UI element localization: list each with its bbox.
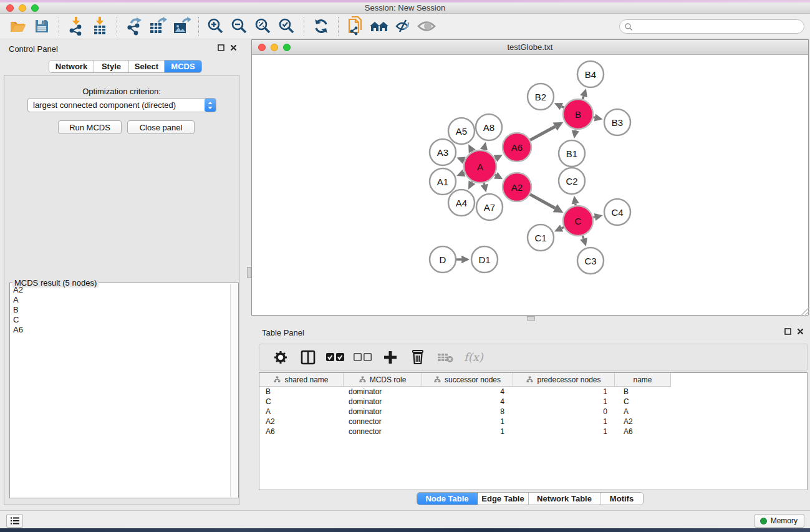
close-panel-button[interactable]: Close panel [127, 120, 195, 134]
tab-select[interactable]: Select [129, 60, 165, 72]
cell-shared-name-row1[interactable]: C [259, 397, 344, 406]
birdseye-view-icon[interactable] [415, 16, 438, 37]
edge-A-A7[interactable] [484, 183, 485, 185]
export-image-icon[interactable] [170, 16, 193, 37]
edge-C-C3[interactable] [582, 236, 584, 239]
cell-name-row2[interactable]: A [615, 407, 671, 416]
deselect-all-checks-icon[interactable] [352, 347, 374, 368]
export-table-icon[interactable] [146, 16, 170, 37]
select-all-checks-icon[interactable] [324, 347, 347, 368]
tab-network[interactable]: Network [49, 60, 94, 72]
float-panel-icon[interactable] [218, 44, 224, 51]
tab-style[interactable]: Style [94, 60, 129, 72]
result-item-C[interactable]: C [11, 315, 229, 325]
cell-successor-nodes-row0[interactable]: 4 [422, 387, 513, 396]
table-row-B[interactable]: Bdominator41B [259, 387, 807, 397]
column-header-name[interactable]: name [615, 373, 671, 387]
add-column-icon[interactable] [379, 347, 402, 368]
zoom-window-button[interactable] [31, 4, 39, 12]
open-session-icon[interactable] [6, 16, 30, 37]
edge-A-A2[interactable] [495, 175, 496, 175]
cell-shared-name-row3[interactable]: A2 [259, 417, 344, 426]
edge-B-B2[interactable] [561, 107, 564, 108]
column-header-successor-nodes[interactable]: successor nodes [422, 373, 513, 387]
cell-successor-nodes-row1[interactable]: 4 [422, 397, 513, 406]
close-window-button[interactable] [6, 4, 14, 12]
result-item-B[interactable]: B [11, 305, 229, 315]
table-row-C[interactable]: Cdominator41C [259, 397, 807, 407]
search-input[interactable] [633, 21, 804, 32]
network-window-titlebar[interactable]: testGlobe.txt [252, 40, 808, 55]
tab-motifs[interactable]: Motifs [600, 493, 643, 505]
column-header-MCDS-role[interactable]: MCDS role [344, 373, 422, 387]
float-table-panel-icon[interactable] [784, 328, 791, 335]
run-mcds-button[interactable]: Run MCDS [58, 120, 122, 134]
table-settings-icon[interactable] [269, 347, 292, 368]
import-network-icon[interactable] [64, 16, 88, 37]
network-canvas[interactable]: AA6A2BCA5A8A3A1A4A7B2B4B3B1C2C4C1C3DD1 [252, 55, 808, 315]
table-row-A[interactable]: Adominator80A [259, 407, 807, 417]
cell-shared-name-row4[interactable]: A6 [259, 427, 344, 436]
tab-edge-table[interactable]: Edge Table [478, 493, 529, 505]
minimize-window-button[interactable] [19, 4, 26, 12]
cell-predecessor-nodes-row3[interactable]: 1 [513, 417, 615, 426]
zoom-in-icon[interactable] [204, 16, 228, 37]
cell-predecessor-nodes-row2[interactable]: 0 [513, 407, 615, 416]
network-close-button[interactable] [258, 44, 266, 51]
result-list-scrollbar[interactable] [230, 284, 238, 497]
network-zoom-button[interactable] [283, 44, 291, 51]
delete-table-icon[interactable] [434, 347, 456, 368]
edge-A2-C[interactable] [530, 195, 555, 208]
cell-MCDS-role-row4[interactable]: connector [344, 427, 422, 436]
zoom-out-icon[interactable] [228, 16, 251, 37]
result-item-A2[interactable]: A2 [11, 285, 229, 295]
network-vertical-scroll-thumb[interactable] [247, 267, 251, 278]
edge-B-B4[interactable] [582, 96, 584, 99]
edge-C-C4[interactable] [593, 217, 595, 218]
save-session-icon[interactable] [30, 16, 54, 37]
refresh-icon[interactable] [309, 16, 333, 37]
criterion-dropdown[interactable]: largest connected component (directed) [27, 98, 216, 112]
cell-name-row1[interactable]: C [615, 397, 671, 406]
import-table-icon[interactable] [88, 16, 112, 37]
column-header-shared-name[interactable]: shared name [259, 373, 344, 387]
result-item-A6[interactable]: A6 [11, 325, 229, 335]
cell-shared-name-row2[interactable]: A [259, 407, 344, 416]
edge-A6-B[interactable] [530, 127, 555, 140]
export-network-icon[interactable] [122, 16, 146, 37]
table-row-A2[interactable]: A2connector11A2 [259, 417, 807, 427]
cell-successor-nodes-row4[interactable]: 1 [422, 427, 513, 436]
cell-successor-nodes-row3[interactable]: 1 [422, 417, 513, 426]
network-resize-grip[interactable] [801, 307, 809, 316]
task-history-button[interactable] [6, 514, 23, 528]
cell-MCDS-role-row1[interactable]: dominator [344, 397, 422, 406]
cell-MCDS-role-row2[interactable]: dominator [344, 407, 422, 416]
network-horizontal-scroll-thumb[interactable] [527, 316, 535, 321]
cell-shared-name-row0[interactable]: B [259, 387, 344, 396]
tab-network-table[interactable]: Network Table [529, 493, 600, 505]
close-panel-icon[interactable] [230, 44, 237, 51]
home-icon[interactable] [367, 16, 391, 37]
network-from-file-icon[interactable] [344, 16, 367, 37]
cell-successor-nodes-row2[interactable]: 8 [422, 407, 513, 416]
function-builder-icon[interactable]: f(x) [461, 351, 483, 364]
cell-name-row4[interactable]: A6 [615, 427, 671, 436]
edge-C-C1[interactable] [562, 227, 564, 228]
cell-predecessor-nodes-row1[interactable]: 1 [513, 397, 615, 406]
close-table-panel-icon[interactable] [797, 328, 804, 335]
cell-MCDS-role-row0[interactable]: dominator [344, 387, 422, 396]
render-details-icon[interactable] [391, 16, 415, 37]
zoom-fit-icon[interactable] [251, 16, 275, 37]
tab-node-table[interactable]: Node Table [417, 493, 478, 505]
cell-name-row0[interactable]: B [615, 387, 671, 396]
table-row-A6[interactable]: A6connector11A6 [259, 427, 807, 437]
tab-mcds[interactable]: MCDS [165, 60, 201, 72]
column-header-predecessor-nodes[interactable]: predecessor nodes [513, 373, 615, 387]
memory-button[interactable]: Memory [755, 514, 804, 528]
network-minimize-button[interactable] [271, 44, 278, 51]
cell-predecessor-nodes-row4[interactable]: 1 [513, 427, 615, 436]
cell-predecessor-nodes-row0[interactable]: 1 [513, 387, 615, 396]
cell-name-row3[interactable]: A2 [615, 417, 671, 426]
result-item-A[interactable]: A [11, 295, 229, 305]
cell-MCDS-role-row3[interactable]: connector [344, 417, 422, 426]
